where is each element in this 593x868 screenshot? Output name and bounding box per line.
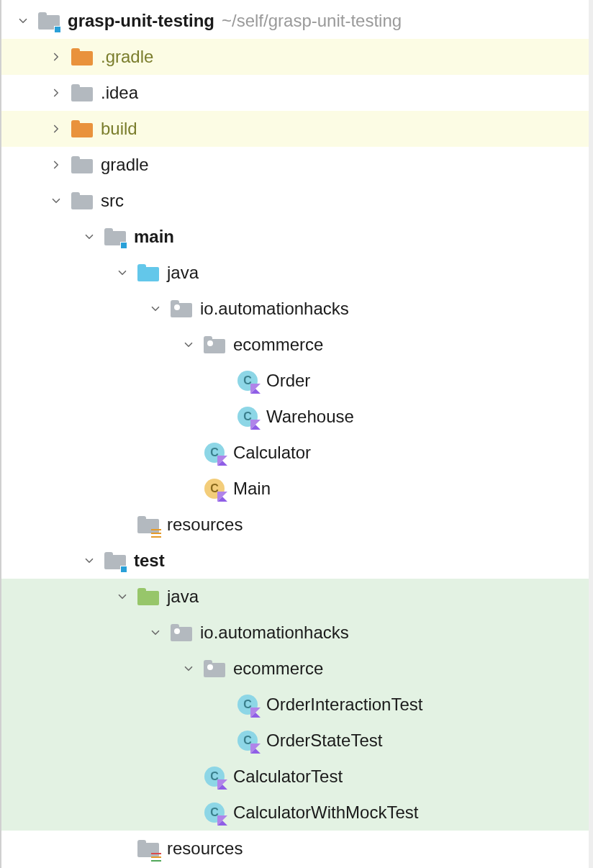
folder-icon — [71, 153, 94, 176]
tree-row-main-pkg[interactable]: io.automationhacks — [1, 291, 589, 327]
chevron-down-icon[interactable] — [148, 302, 163, 316]
node-label: resources — [167, 838, 243, 859]
package-icon — [203, 657, 226, 680]
tree-row-idea[interactable]: .idea — [1, 75, 589, 111]
kotlin-class-icon — [203, 441, 226, 464]
node-label: build — [101, 119, 137, 139]
chevron-down-icon[interactable] — [16, 14, 30, 28]
tree-row-test-ecommerce[interactable]: ecommerce — [1, 651, 589, 687]
node-label: io.automationhacks — [200, 299, 349, 319]
kotlin-class-icon — [236, 369, 259, 392]
tree-row-gradle-dot[interactable]: .gradle — [1, 39, 589, 75]
tree-row-gradle[interactable]: gradle — [1, 147, 589, 183]
chevron-down-icon[interactable] — [115, 266, 130, 280]
tree-row-test-pkg[interactable]: io.automationhacks — [1, 615, 589, 651]
tree-row-test-resources[interactable]: resources — [1, 831, 589, 867]
kotlin-class-icon — [203, 765, 226, 788]
node-label: .gradle — [101, 47, 153, 67]
package-icon — [203, 333, 226, 356]
tree-row-calculator[interactable]: Calculator — [1, 435, 589, 471]
kotlin-file-icon — [203, 477, 226, 500]
node-label: ecommerce — [233, 335, 323, 355]
module-folder-icon — [37, 9, 60, 32]
root-name: grasp-unit-testing — [68, 11, 214, 31]
tree-row-main-java[interactable]: java — [1, 255, 589, 291]
node-label: gradle — [101, 155, 149, 175]
kotlin-class-icon — [203, 801, 226, 824]
tree-row-order-state-test[interactable]: OrderStateTest — [1, 723, 589, 759]
node-label: Calculator — [233, 443, 311, 463]
chevron-right-icon[interactable] — [49, 158, 63, 172]
chevron-down-icon[interactable] — [148, 625, 163, 640]
folder-icon — [71, 189, 94, 212]
node-label: Warehouse — [266, 407, 354, 427]
tree-row-main-resources[interactable]: resources — [1, 507, 589, 543]
kotlin-class-icon — [236, 729, 259, 752]
chevron-down-icon[interactable] — [115, 589, 130, 604]
node-label: CalculatorWithMockTest — [233, 803, 418, 823]
module-folder-icon — [104, 225, 127, 248]
tree-row-calculator-with-mock-test[interactable]: CalculatorWithMockTest — [1, 795, 589, 831]
source-folder-icon — [137, 261, 160, 284]
tree-row-calculator-test[interactable]: CalculatorTest — [1, 759, 589, 795]
node-label: io.automationhacks — [200, 623, 349, 643]
tree-row-test[interactable]: test — [1, 543, 589, 579]
node-label: java — [167, 263, 199, 283]
test-source-folder-icon — [137, 585, 160, 608]
node-label: Order — [266, 371, 310, 391]
node-label: .idea — [101, 83, 138, 103]
resources-folder-icon — [137, 513, 160, 536]
node-label: Main — [233, 479, 271, 499]
chevron-down-icon[interactable] — [82, 230, 96, 244]
tree-row-main[interactable]: main — [1, 219, 589, 255]
chevron-down-icon[interactable] — [82, 553, 96, 568]
chevron-right-icon[interactable] — [49, 86, 63, 100]
node-label: java — [167, 587, 199, 607]
tree-row-order-interaction-test[interactable]: OrderInteractionTest — [1, 687, 589, 723]
tree-row-src[interactable]: src — [1, 183, 589, 219]
node-label: src — [101, 191, 124, 211]
node-label: OrderStateTest — [266, 731, 382, 751]
tree-row-warehouse[interactable]: Warehouse — [1, 399, 589, 435]
chevron-down-icon[interactable] — [181, 661, 196, 676]
node-label: resources — [167, 515, 243, 535]
package-icon — [170, 621, 193, 644]
tree-row-main-class[interactable]: Main — [1, 471, 589, 507]
chevron-right-icon[interactable] — [49, 50, 63, 64]
kotlin-class-icon — [236, 405, 259, 428]
tree-row-build[interactable]: build — [1, 111, 589, 147]
package-icon — [170, 297, 193, 320]
node-label: ecommerce — [233, 659, 323, 679]
tree-row-test-java[interactable]: java — [1, 579, 589, 615]
folder-icon — [71, 45, 94, 68]
node-label: main — [134, 227, 174, 247]
tree-row-ecommerce[interactable]: ecommerce — [1, 327, 589, 363]
project-tree: grasp-unit-testing ~/self/grasp-unit-tes… — [1, 0, 589, 867]
folder-icon — [71, 81, 94, 104]
node-label: OrderInteractionTest — [266, 695, 422, 715]
tree-row-order[interactable]: Order — [1, 363, 589, 399]
chevron-right-icon[interactable] — [49, 122, 63, 136]
folder-icon — [71, 117, 94, 140]
node-label: CalculatorTest — [233, 767, 343, 787]
tree-row-root[interactable]: grasp-unit-testing ~/self/grasp-unit-tes… — [1, 3, 589, 39]
root-path: ~/self/grasp-unit-testing — [222, 11, 402, 31]
module-folder-icon — [104, 549, 127, 572]
node-label: test — [134, 551, 165, 571]
chevron-down-icon[interactable] — [181, 338, 196, 352]
test-resources-folder-icon — [137, 837, 160, 860]
chevron-down-icon[interactable] — [49, 194, 63, 208]
kotlin-class-icon — [236, 693, 259, 716]
